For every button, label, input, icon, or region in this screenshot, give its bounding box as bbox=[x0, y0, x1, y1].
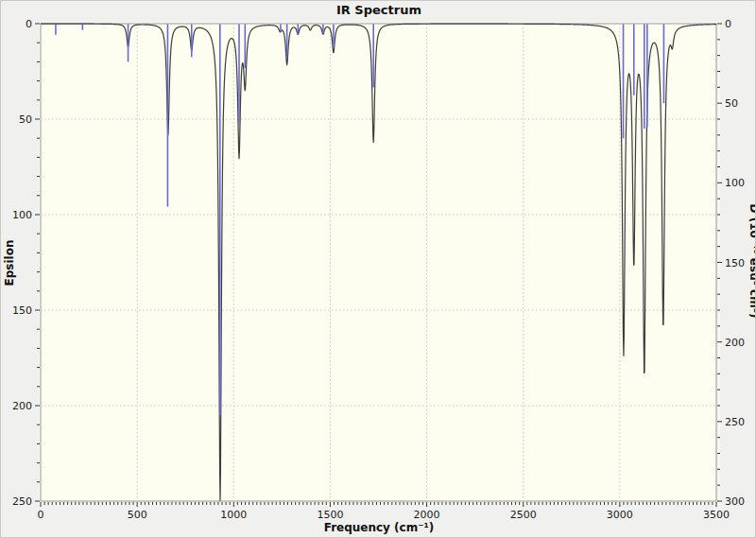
y-right-tick-label: 100 bbox=[725, 177, 745, 189]
x-tick-label: 3000 bbox=[607, 509, 633, 521]
y-right-tick-label: 50 bbox=[725, 97, 738, 110]
y-left-tick-label: 50 bbox=[19, 113, 32, 126]
x-axis-title: Frequency (cm⁻¹) bbox=[1, 521, 756, 534]
x-tick-label: 0 bbox=[38, 509, 44, 521]
x-tick-label: 2000 bbox=[414, 509, 440, 521]
spectrum-canvas: 0500100015002000250030003500050100150200… bbox=[1, 1, 756, 538]
y-left-tick-label: 250 bbox=[12, 495, 32, 508]
x-tick-label: 2500 bbox=[510, 509, 537, 521]
y-left-tick-label: 0 bbox=[26, 18, 32, 30]
y-right-tick-label: 150 bbox=[725, 257, 745, 269]
y-right-tick-label: 300 bbox=[725, 495, 745, 508]
y-right-tick-label: 0 bbox=[725, 18, 731, 30]
y-right-tick-label: 200 bbox=[725, 337, 745, 349]
x-tick-label: 3500 bbox=[703, 509, 730, 521]
x-tick-label: 500 bbox=[128, 509, 147, 521]
y-right-tick-label: 250 bbox=[725, 416, 745, 428]
y-left-tick-label: 200 bbox=[12, 400, 32, 412]
x-tick-label: 1000 bbox=[220, 509, 247, 521]
plot-background bbox=[41, 24, 716, 501]
x-tick-label: 1500 bbox=[317, 509, 343, 521]
left-axis-title: Epsilon bbox=[3, 211, 16, 315]
ir-spectrum-window: IR Spectrum 0500100015002000250030003500… bbox=[0, 0, 756, 538]
right-axis-title: D (10⁻⁴⁰ esu² cm²) bbox=[747, 185, 756, 337]
